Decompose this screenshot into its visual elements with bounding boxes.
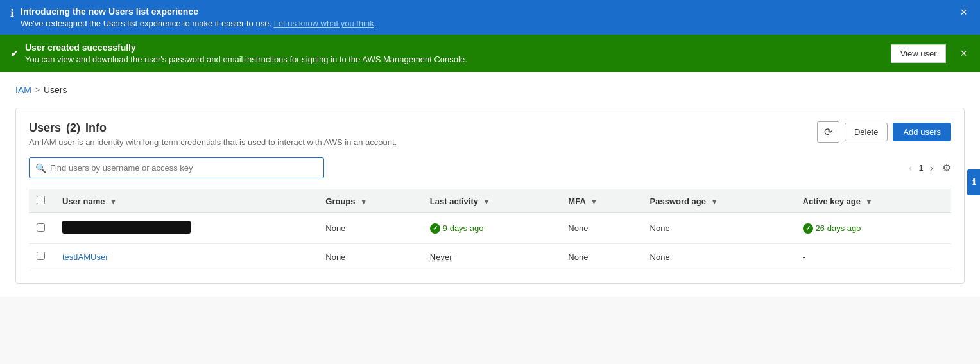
row-active-key-age-cell: - bbox=[795, 244, 951, 270]
info-banner-text: We've redesigned the Users list experien… bbox=[21, 19, 951, 28]
delete-button[interactable]: Delete bbox=[845, 123, 888, 141]
pagination-area: ‹ 1 › ⚙ bbox=[906, 161, 951, 175]
users-title: Users (2) Info bbox=[29, 121, 397, 135]
add-users-button[interactable]: Add users bbox=[893, 123, 951, 141]
table-settings-button[interactable]: ⚙ bbox=[942, 162, 951, 174]
success-banner-text: You can view and download the user's pas… bbox=[25, 55, 884, 64]
row-checkbox-cell bbox=[29, 244, 55, 270]
users-count: (2) bbox=[66, 121, 80, 135]
main-content: IAM > Users Users (2) Info An IAM user i… bbox=[0, 72, 980, 297]
sort-groups-icon[interactable]: ▼ bbox=[360, 198, 367, 205]
active-key-age-ok: 26 days ago bbox=[803, 223, 943, 234]
view-user-button[interactable]: View user bbox=[891, 44, 947, 63]
breadcrumb: IAM > Users bbox=[15, 85, 965, 95]
row-groups-cell: None bbox=[318, 213, 422, 244]
breadcrumb-separator: > bbox=[35, 85, 40, 94]
side-info-button[interactable]: ℹ bbox=[967, 169, 980, 195]
th-username: User name ▼ bbox=[55, 189, 318, 213]
info-banner-link[interactable]: Let us know what you think bbox=[274, 19, 374, 28]
row-mfa-cell: None bbox=[560, 213, 642, 244]
users-subtitle: An IAM user is an identity with long-ter… bbox=[29, 137, 397, 147]
success-banner-title: User created successfully bbox=[25, 42, 884, 53]
row-checkbox[interactable] bbox=[37, 223, 45, 232]
users-title-text: Users bbox=[29, 121, 61, 135]
th-groups: Groups ▼ bbox=[318, 189, 422, 213]
th-checkbox bbox=[29, 189, 55, 213]
row-username-cell bbox=[55, 213, 318, 244]
row-password-age-cell: None bbox=[642, 213, 795, 244]
row-active-key-age-cell: 26 days ago bbox=[795, 213, 951, 244]
table-row: None 9 days ago None None 26 days ago bbox=[29, 213, 951, 244]
select-all-checkbox[interactable] bbox=[37, 196, 45, 204]
th-mfa: MFA ▼ bbox=[560, 189, 642, 213]
search-input[interactable] bbox=[29, 157, 324, 178]
th-password-age: Password age ▼ bbox=[642, 189, 795, 213]
users-header: Users (2) Info An IAM user is an identit… bbox=[29, 121, 951, 147]
sort-last-activity-icon[interactable]: ▼ bbox=[483, 198, 490, 205]
never-link[interactable]: Never bbox=[430, 252, 452, 262]
info-banner-close[interactable]: × bbox=[958, 6, 970, 18]
page-number: 1 bbox=[918, 163, 923, 173]
search-icon: 🔍 bbox=[35, 163, 46, 173]
users-section: Users (2) Info An IAM user is an identit… bbox=[15, 108, 965, 284]
sort-active-key-age-icon[interactable]: ▼ bbox=[866, 198, 873, 205]
users-info-link[interactable]: Info bbox=[85, 121, 107, 135]
users-actions: ⟳ Delete Add users bbox=[817, 121, 951, 143]
table-header: User name ▼ Groups ▼ Last activity ▼ MFA… bbox=[29, 189, 951, 213]
success-banner-close[interactable]: × bbox=[958, 48, 970, 59]
prev-page-button[interactable]: ‹ bbox=[906, 161, 915, 175]
info-banner-content: Introducing the new Users list experienc… bbox=[21, 6, 951, 28]
username-link[interactable]: testIAMUser bbox=[62, 252, 108, 262]
row-last-activity-cell: 9 days ago bbox=[422, 213, 561, 244]
th-last-activity: Last activity ▼ bbox=[422, 189, 561, 213]
table-body: None 9 days ago None None 26 days ago bbox=[29, 213, 951, 270]
success-banner: ✔ User created successfully You can view… bbox=[0, 35, 980, 72]
last-activity-ok: 9 days ago bbox=[430, 223, 553, 234]
next-page-button[interactable]: › bbox=[927, 161, 936, 175]
users-title-area: Users (2) Info An IAM user is an identit… bbox=[29, 121, 397, 147]
success-banner-content: User created successfully You can view a… bbox=[25, 42, 884, 64]
success-icon: ✔ bbox=[10, 48, 19, 60]
th-active-key-age: Active key age ▼ bbox=[795, 189, 951, 213]
redacted-username bbox=[62, 221, 191, 234]
row-checkbox-cell bbox=[29, 213, 55, 244]
row-groups-cell: None bbox=[318, 244, 422, 270]
sort-mfa-icon[interactable]: ▼ bbox=[590, 198, 597, 205]
info-banner: ℹ Introducing the new Users list experie… bbox=[0, 0, 980, 35]
sort-password-age-icon[interactable]: ▼ bbox=[711, 198, 718, 205]
table-header-row: User name ▼ Groups ▼ Last activity ▼ MFA… bbox=[29, 189, 951, 213]
row-username-cell: testIAMUser bbox=[55, 244, 318, 270]
breadcrumb-current: Users bbox=[44, 85, 67, 95]
row-checkbox[interactable] bbox=[37, 252, 45, 260]
info-banner-title: Introducing the new Users list experienc… bbox=[21, 6, 951, 17]
search-area: 🔍 ‹ 1 › ⚙ bbox=[29, 157, 951, 178]
row-password-age-cell: None bbox=[642, 244, 795, 270]
row-last-activity-cell: Never bbox=[422, 244, 561, 270]
info-banner-icon: ℹ bbox=[10, 7, 14, 19]
search-wrapper: 🔍 bbox=[29, 157, 324, 178]
row-mfa-cell: None bbox=[560, 244, 642, 270]
table-row: testIAMUser None Never None None bbox=[29, 244, 951, 270]
users-table: User name ▼ Groups ▼ Last activity ▼ MFA… bbox=[29, 189, 951, 270]
sort-username-icon[interactable]: ▼ bbox=[110, 198, 117, 205]
refresh-button[interactable]: ⟳ bbox=[817, 121, 839, 143]
breadcrumb-iam[interactable]: IAM bbox=[15, 85, 31, 95]
